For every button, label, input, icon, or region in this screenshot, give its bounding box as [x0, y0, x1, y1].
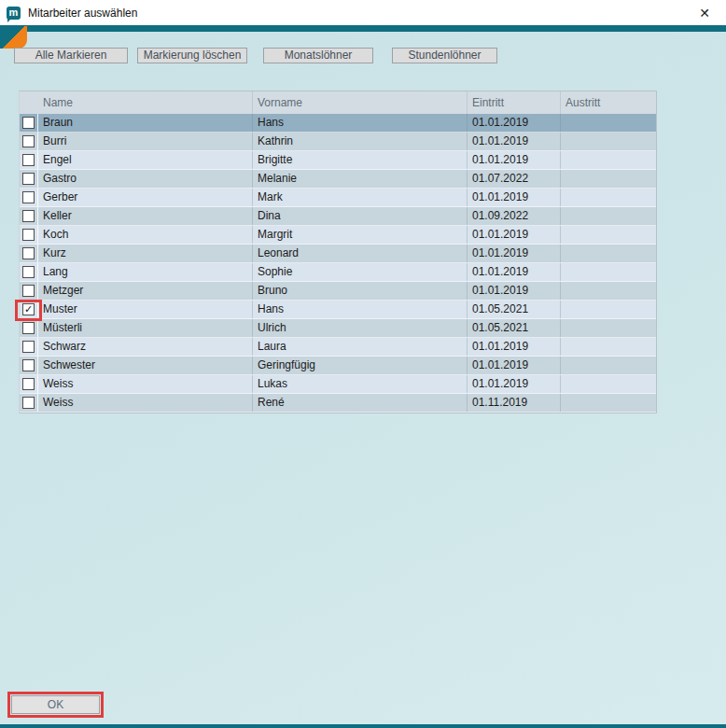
checkbox-cell [20, 207, 38, 225]
table-row[interactable]: Müsterli Ulrich 01.05.2021 [20, 319, 656, 338]
checkbox-cell [20, 245, 38, 262]
cell-austritt [561, 170, 656, 188]
hourly-wage-button[interactable]: Stundenlöhner [392, 48, 497, 63]
ok-button[interactable]: OK [11, 695, 100, 714]
table-row[interactable]: Schwester Geringfügig 01.01.2019 [20, 357, 656, 375]
row-checkbox[interactable] [22, 285, 35, 297]
monthly-wage-button[interactable]: Monatslöhner [263, 48, 373, 63]
cell-eintritt: 01.01.2019 [468, 189, 561, 206]
row-checkbox[interactable] [22, 191, 35, 203]
cell-name: Schwester [38, 357, 253, 374]
table-row[interactable]: Kurz Leonard 01.01.2019 [20, 245, 656, 263]
cell-vorname: Margrit [253, 226, 468, 244]
cell-eintritt: 01.01.2019 [468, 338, 561, 356]
checkbox-cell [20, 319, 38, 337]
cell-eintritt: 01.01.2019 [468, 375, 561, 393]
cell-austritt [561, 114, 656, 132]
row-checkbox[interactable] [22, 210, 35, 222]
cell-eintritt: 01.01.2019 [468, 133, 561, 150]
select-all-button[interactable]: Alle Markieren [14, 48, 128, 63]
table-row[interactable]: Engel Brigitte 01.01.2019 [20, 151, 656, 170]
cell-vorname: Lukas [253, 375, 468, 393]
cell-eintritt: 01.01.2019 [468, 226, 561, 244]
accent-band [0, 25, 726, 32]
table-row[interactable]: Keller Dina 01.09.2022 [20, 207, 656, 226]
checkbox-cell [20, 357, 38, 374]
row-checkbox[interactable] [22, 359, 35, 371]
row-checkbox[interactable] [22, 154, 35, 166]
cell-eintritt: 01.01.2019 [468, 282, 561, 300]
checkbox-cell [20, 189, 38, 206]
cell-austritt [561, 207, 656, 225]
cell-name: Weiss [38, 394, 253, 412]
row-checkbox[interactable] [22, 397, 35, 409]
cell-vorname: René [253, 394, 468, 412]
table-row[interactable]: ✓ Muster Hans 01.05.2021 [20, 301, 656, 319]
cell-name: Braun [38, 114, 253, 132]
clear-selection-button[interactable]: Markierung löschen [137, 48, 247, 63]
cell-vorname: Sophie [253, 263, 468, 281]
checkbox-cell [20, 282, 38, 300]
cell-austritt [561, 338, 656, 356]
cell-austritt [561, 375, 656, 393]
table-row[interactable]: Weiss René 01.11.2019 [20, 394, 656, 413]
cell-eintritt: 01.09.2022 [468, 207, 561, 225]
row-checkbox[interactable] [22, 117, 35, 129]
cell-eintritt: 01.01.2019 [468, 263, 561, 281]
table-row[interactable]: Gerber Mark 01.01.2019 [20, 189, 656, 207]
cell-name: Kurz [38, 245, 253, 262]
table-row[interactable]: Schwarz Laura 01.01.2019 [20, 338, 656, 357]
cell-eintritt: 01.05.2021 [468, 301, 561, 318]
column-header-austritt[interactable]: Austritt [561, 91, 656, 114]
table-row[interactable]: Braun Hans 01.01.2019 [20, 114, 656, 133]
cell-name: Keller [38, 207, 253, 225]
cell-austritt [561, 282, 656, 300]
checkbox-cell: ✓ [20, 301, 38, 318]
table-header-row: Name Vorname Eintritt Austritt [20, 91, 656, 114]
cell-name: Weiss [38, 375, 253, 393]
cell-austritt [561, 151, 656, 169]
cell-vorname: Ulrich [253, 319, 468, 337]
checkbox-cell [20, 170, 38, 188]
cell-austritt [561, 319, 656, 337]
cell-eintritt: 01.01.2019 [468, 245, 561, 262]
cell-austritt [561, 226, 656, 244]
column-header-vorname[interactable]: Vorname [253, 91, 468, 114]
row-checkbox[interactable] [22, 266, 35, 278]
checkbox-cell [20, 226, 38, 244]
row-checkbox[interactable] [22, 378, 35, 390]
row-checkbox[interactable] [22, 341, 35, 353]
close-icon[interactable]: ✕ [695, 4, 714, 22]
cell-vorname: Melanie [253, 170, 468, 188]
cell-vorname: Dina [253, 207, 468, 225]
row-checkbox[interactable] [22, 135, 35, 147]
cell-vorname: Geringfügig [253, 357, 468, 374]
cell-austritt [561, 133, 656, 150]
row-checkbox[interactable] [22, 229, 35, 241]
checkbox-column-header [20, 91, 38, 114]
corner-fold-decoration [0, 26, 27, 49]
cell-name: Lang [38, 263, 253, 281]
row-checkbox[interactable] [22, 247, 35, 259]
cell-austritt [561, 189, 656, 206]
checkbox-cell [20, 394, 38, 412]
cell-name: Gastro [38, 170, 253, 188]
cell-name: Schwarz [38, 338, 253, 356]
table-row[interactable]: Lang Sophie 01.01.2019 [20, 263, 656, 282]
checkbox-cell [20, 375, 38, 393]
table-row[interactable]: Koch Margrit 01.01.2019 [20, 226, 656, 245]
cell-austritt [561, 301, 656, 318]
cell-eintritt: 01.01.2019 [468, 114, 561, 132]
table-row[interactable]: Gastro Melanie 01.07.2022 [20, 170, 656, 189]
row-checkbox[interactable]: ✓ [22, 303, 35, 315]
cell-vorname: Kathrin [253, 133, 468, 150]
row-checkbox[interactable] [22, 173, 35, 185]
cell-vorname: Laura [253, 338, 468, 356]
column-header-eintritt[interactable]: Eintritt [468, 91, 561, 114]
row-checkbox[interactable] [22, 322, 35, 334]
table-row[interactable]: Burri Kathrin 01.01.2019 [20, 133, 656, 151]
table-row[interactable]: Weiss Lukas 01.01.2019 [20, 375, 656, 394]
table-row[interactable]: Metzger Bruno 01.01.2019 [20, 282, 656, 301]
cell-austritt [561, 394, 656, 412]
column-header-name[interactable]: Name [38, 91, 253, 114]
